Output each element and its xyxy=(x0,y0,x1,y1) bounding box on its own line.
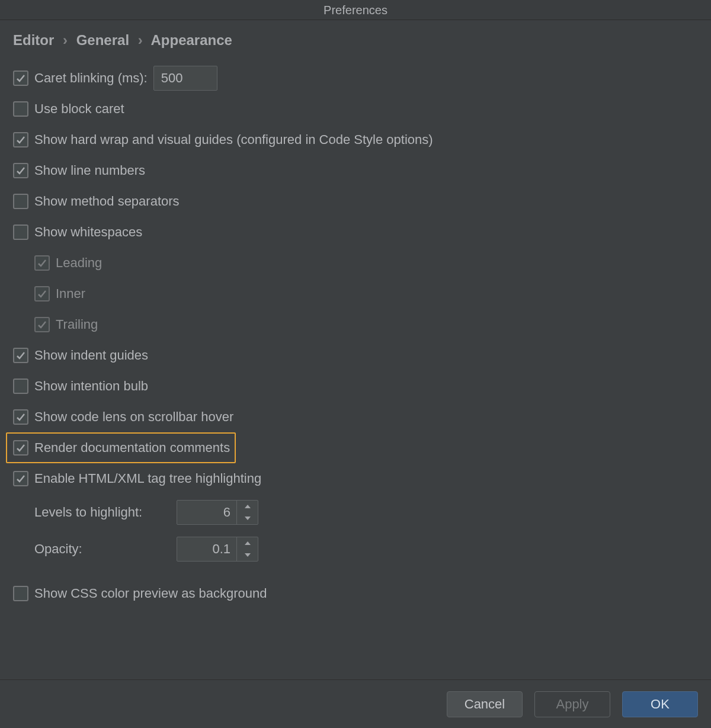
whitespace-leading-row: Leading xyxy=(13,248,698,278)
spinner-down-icon[interactable] xyxy=(237,512,258,524)
show-line-numbers-label: Show line numbers xyxy=(34,163,145,178)
caret-blinking-input[interactable] xyxy=(153,66,217,91)
show-hard-wrap-checkbox[interactable] xyxy=(13,132,28,147)
show-line-numbers-checkbox[interactable] xyxy=(13,163,28,178)
preferences-content: Caret blinking (ms): Use block caret Sho… xyxy=(0,53,711,609)
show-code-lens-label: Show code lens on scrollbar hover xyxy=(34,409,233,425)
breadcrumb-editor[interactable]: Editor xyxy=(13,32,54,48)
ok-button[interactable]: OK xyxy=(622,691,698,717)
levels-to-highlight-label: Levels to highlight: xyxy=(34,505,169,520)
show-whitespaces-label: Show whitespaces xyxy=(34,225,142,240)
render-doc-comments-label: Render documentation comments xyxy=(34,440,230,456)
show-indent-guides-checkbox[interactable] xyxy=(13,348,28,363)
show-intention-bulb-label: Show intention bulb xyxy=(34,379,148,394)
opacity-row: Opacity: xyxy=(13,531,698,567)
cancel-button[interactable]: Cancel xyxy=(447,691,523,717)
show-method-separators-row: Show method separators xyxy=(13,186,698,217)
show-intention-bulb-checkbox[interactable] xyxy=(13,379,28,394)
apply-button[interactable]: Apply xyxy=(534,691,610,717)
whitespace-inner-row: Inner xyxy=(13,278,698,309)
whitespace-leading-label: Leading xyxy=(56,255,102,271)
window-title: Preferences xyxy=(0,0,711,20)
show-indent-guides-row: Show indent guides xyxy=(13,340,698,371)
show-css-color-preview-checkbox[interactable] xyxy=(13,586,28,601)
show-whitespaces-row: Show whitespaces xyxy=(13,217,698,248)
caret-blinking-checkbox[interactable] xyxy=(13,70,28,86)
opacity-label: Opacity: xyxy=(34,541,169,557)
chevron-right-icon: › xyxy=(63,32,68,48)
show-method-separators-label: Show method separators xyxy=(34,194,180,209)
whitespace-trailing-checkbox[interactable] xyxy=(34,317,50,332)
breadcrumb: Editor › General › Appearance xyxy=(0,20,711,53)
chevron-right-icon: › xyxy=(138,32,143,48)
show-method-separators-checkbox[interactable] xyxy=(13,194,28,209)
breadcrumb-appearance[interactable]: Appearance xyxy=(151,32,232,48)
enable-html-xml-tree-checkbox[interactable] xyxy=(13,471,28,486)
opacity-spinner[interactable] xyxy=(177,537,258,562)
show-hard-wrap-row: Show hard wrap and visual guides (config… xyxy=(13,124,698,155)
show-intention-bulb-row: Show intention bulb xyxy=(13,371,698,402)
show-code-lens-row: Show code lens on scrollbar hover xyxy=(13,402,698,432)
levels-to-highlight-input[interactable] xyxy=(177,501,236,524)
breadcrumb-general[interactable]: General xyxy=(76,32,129,48)
whitespace-inner-checkbox[interactable] xyxy=(34,286,50,302)
render-doc-comments-checkbox[interactable] xyxy=(13,440,28,456)
caret-blinking-label: Caret blinking (ms): xyxy=(34,70,148,86)
spinner-down-icon[interactable] xyxy=(237,549,258,561)
caret-blinking-row: Caret blinking (ms): xyxy=(13,63,698,94)
opacity-input[interactable] xyxy=(177,537,236,561)
enable-html-xml-tree-row: Enable HTML/XML tag tree highlighting xyxy=(13,463,698,494)
whitespace-trailing-label: Trailing xyxy=(56,317,98,332)
enable-html-xml-tree-label: Enable HTML/XML tag tree highlighting xyxy=(34,471,261,486)
use-block-caret-row: Use block caret xyxy=(13,94,698,124)
svg-marker-2 xyxy=(245,541,251,545)
show-indent-guides-label: Show indent guides xyxy=(34,348,148,363)
svg-marker-1 xyxy=(245,517,251,520)
render-doc-comments-row: Render documentation comments xyxy=(6,432,236,463)
show-whitespaces-checkbox[interactable] xyxy=(13,225,28,240)
levels-to-highlight-row: Levels to highlight: xyxy=(13,494,698,531)
show-line-numbers-row: Show line numbers xyxy=(13,155,698,186)
show-css-color-preview-row: Show CSS color preview as background xyxy=(13,578,698,609)
spinner-up-icon[interactable] xyxy=(237,501,258,512)
use-block-caret-label: Use block caret xyxy=(34,101,124,117)
svg-marker-0 xyxy=(245,505,251,508)
use-block-caret-checkbox[interactable] xyxy=(13,101,28,117)
show-code-lens-checkbox[interactable] xyxy=(13,409,28,425)
levels-to-highlight-spinner[interactable] xyxy=(177,500,258,525)
show-css-color-preview-label: Show CSS color preview as background xyxy=(34,586,267,601)
whitespace-leading-checkbox[interactable] xyxy=(34,255,50,271)
show-hard-wrap-label: Show hard wrap and visual guides (config… xyxy=(34,132,433,147)
svg-marker-3 xyxy=(245,553,251,557)
whitespace-inner-label: Inner xyxy=(56,286,85,302)
whitespace-trailing-row: Trailing xyxy=(13,309,698,340)
spinner-up-icon[interactable] xyxy=(237,537,258,549)
dialog-footer: Cancel Apply OK xyxy=(0,679,711,728)
